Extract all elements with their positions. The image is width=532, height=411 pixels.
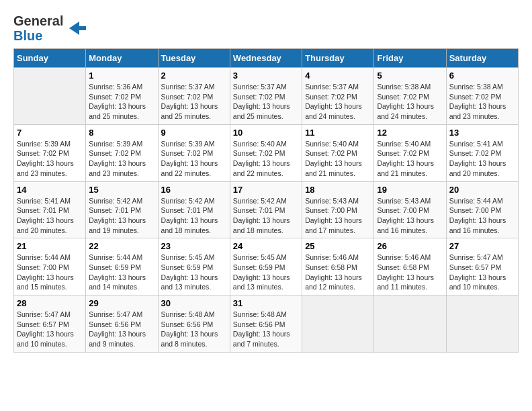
day-cell: 26Sunrise: 5:46 AM Sunset: 6:58 PM Dayli…	[374, 238, 446, 295]
day-cell: 11Sunrise: 5:40 AM Sunset: 7:02 PM Dayli…	[302, 124, 374, 181]
day-cell: 17Sunrise: 5:42 AM Sunset: 7:01 PM Dayli…	[230, 181, 302, 238]
day-number: 20	[449, 185, 515, 195]
day-cell: 14Sunrise: 5:41 AM Sunset: 7:01 PM Dayli…	[14, 181, 86, 238]
day-number: 4	[305, 71, 371, 81]
day-cell: 1Sunrise: 5:36 AM Sunset: 7:02 PM Daylig…	[86, 68, 158, 125]
logo: General Blue	[13, 13, 86, 43]
day-number: 16	[161, 185, 227, 195]
week-row-1: 1Sunrise: 5:36 AM Sunset: 7:02 PM Daylig…	[14, 68, 519, 125]
day-info: Sunrise: 5:44 AM Sunset: 7:00 PM Dayligh…	[449, 196, 515, 236]
day-number: 6	[449, 71, 515, 81]
day-cell: 19Sunrise: 5:43 AM Sunset: 7:00 PM Dayli…	[374, 181, 446, 238]
day-cell: 23Sunrise: 5:45 AM Sunset: 6:59 PM Dayli…	[158, 238, 230, 295]
svg-marker-0	[69, 21, 86, 35]
week-row-3: 14Sunrise: 5:41 AM Sunset: 7:01 PM Dayli…	[14, 181, 519, 238]
day-info: Sunrise: 5:40 AM Sunset: 7:02 PM Dayligh…	[305, 139, 371, 179]
day-cell: 16Sunrise: 5:42 AM Sunset: 7:01 PM Dayli…	[158, 181, 230, 238]
day-number: 30	[161, 298, 227, 308]
col-header-saturday: Saturday	[446, 49, 518, 68]
day-number: 22	[89, 241, 154, 251]
day-number: 31	[233, 298, 299, 308]
day-cell: 12Sunrise: 5:40 AM Sunset: 7:02 PM Dayli…	[374, 124, 446, 181]
day-cell: 28Sunrise: 5:47 AM Sunset: 6:57 PM Dayli…	[14, 295, 86, 353]
day-info: Sunrise: 5:42 AM Sunset: 7:01 PM Dayligh…	[89, 196, 154, 236]
day-number: 25	[305, 241, 371, 251]
logo-arrow-icon	[66, 18, 86, 38]
day-info: Sunrise: 5:42 AM Sunset: 7:01 PM Dayligh…	[161, 196, 227, 236]
day-info: Sunrise: 5:37 AM Sunset: 7:02 PM Dayligh…	[161, 82, 227, 122]
day-number: 10	[233, 128, 299, 138]
day-cell: 15Sunrise: 5:42 AM Sunset: 7:01 PM Dayli…	[86, 181, 158, 238]
day-number: 12	[377, 128, 443, 138]
day-number: 3	[233, 71, 299, 81]
day-cell: 4Sunrise: 5:37 AM Sunset: 7:02 PM Daylig…	[302, 68, 374, 125]
day-info: Sunrise: 5:45 AM Sunset: 6:59 PM Dayligh…	[161, 253, 227, 292]
day-cell: 9Sunrise: 5:39 AM Sunset: 7:02 PM Daylig…	[158, 124, 230, 181]
day-info: Sunrise: 5:41 AM Sunset: 7:01 PM Dayligh…	[17, 196, 83, 236]
day-info: Sunrise: 5:47 AM Sunset: 6:56 PM Dayligh…	[89, 310, 154, 349]
day-info: Sunrise: 5:38 AM Sunset: 7:02 PM Dayligh…	[377, 82, 443, 122]
day-number: 29	[89, 298, 154, 308]
day-info: Sunrise: 5:37 AM Sunset: 7:02 PM Dayligh…	[233, 82, 299, 122]
day-cell: 5Sunrise: 5:38 AM Sunset: 7:02 PM Daylig…	[374, 68, 446, 125]
day-info: Sunrise: 5:39 AM Sunset: 7:02 PM Dayligh…	[161, 139, 227, 179]
day-number: 21	[17, 241, 83, 251]
logo-blue: Blue	[13, 28, 42, 43]
day-cell	[374, 295, 446, 353]
day-info: Sunrise: 5:43 AM Sunset: 7:00 PM Dayligh…	[377, 196, 443, 236]
day-cell: 25Sunrise: 5:46 AM Sunset: 6:58 PM Dayli…	[302, 238, 374, 295]
day-number: 19	[377, 185, 443, 195]
day-number: 27	[449, 241, 515, 251]
col-header-monday: Monday	[86, 49, 158, 68]
day-number: 24	[233, 241, 299, 251]
header: General Blue	[13, 13, 519, 43]
day-number: 15	[89, 185, 154, 195]
day-number: 11	[305, 128, 371, 138]
day-cell: 24Sunrise: 5:45 AM Sunset: 6:59 PM Dayli…	[230, 238, 302, 295]
day-info: Sunrise: 5:39 AM Sunset: 7:02 PM Dayligh…	[17, 139, 83, 179]
day-info: Sunrise: 5:37 AM Sunset: 7:02 PM Dayligh…	[305, 82, 371, 122]
day-number: 1	[89, 71, 154, 81]
day-number: 9	[161, 128, 227, 138]
day-info: Sunrise: 5:44 AM Sunset: 6:59 PM Dayligh…	[89, 253, 154, 292]
day-cell: 21Sunrise: 5:44 AM Sunset: 7:00 PM Dayli…	[14, 238, 86, 295]
day-cell: 27Sunrise: 5:47 AM Sunset: 6:57 PM Dayli…	[446, 238, 518, 295]
day-info: Sunrise: 5:48 AM Sunset: 6:56 PM Dayligh…	[233, 310, 299, 349]
day-info: Sunrise: 5:39 AM Sunset: 7:02 PM Dayligh…	[89, 139, 154, 179]
day-info: Sunrise: 5:40 AM Sunset: 7:02 PM Dayligh…	[377, 139, 443, 179]
day-cell: 7Sunrise: 5:39 AM Sunset: 7:02 PM Daylig…	[14, 124, 86, 181]
day-number: 8	[89, 128, 154, 138]
day-info: Sunrise: 5:48 AM Sunset: 6:56 PM Dayligh…	[161, 310, 227, 349]
logo-general: General	[13, 13, 63, 28]
day-cell: 29Sunrise: 5:47 AM Sunset: 6:56 PM Dayli…	[86, 295, 158, 353]
day-number: 26	[377, 241, 443, 251]
day-cell	[14, 68, 86, 125]
col-header-friday: Friday	[374, 49, 446, 68]
day-cell: 6Sunrise: 5:38 AM Sunset: 7:02 PM Daylig…	[446, 68, 518, 125]
day-info: Sunrise: 5:45 AM Sunset: 6:59 PM Dayligh…	[233, 253, 299, 292]
day-number: 17	[233, 185, 299, 195]
col-header-thursday: Thursday	[302, 49, 374, 68]
week-row-5: 28Sunrise: 5:47 AM Sunset: 6:57 PM Dayli…	[14, 295, 519, 353]
day-number: 7	[17, 128, 83, 138]
day-info: Sunrise: 5:36 AM Sunset: 7:02 PM Dayligh…	[89, 82, 154, 122]
day-number: 28	[17, 298, 83, 308]
day-cell: 30Sunrise: 5:48 AM Sunset: 6:56 PM Dayli…	[158, 295, 230, 353]
day-info: Sunrise: 5:46 AM Sunset: 6:58 PM Dayligh…	[305, 253, 371, 292]
day-number: 18	[305, 185, 371, 195]
day-cell: 31Sunrise: 5:48 AM Sunset: 6:56 PM Dayli…	[230, 295, 302, 353]
day-cell: 8Sunrise: 5:39 AM Sunset: 7:02 PM Daylig…	[86, 124, 158, 181]
day-info: Sunrise: 5:43 AM Sunset: 7:00 PM Dayligh…	[305, 196, 371, 236]
day-info: Sunrise: 5:38 AM Sunset: 7:02 PM Dayligh…	[449, 82, 515, 122]
day-cell: 13Sunrise: 5:41 AM Sunset: 7:02 PM Dayli…	[446, 124, 518, 181]
day-number: 5	[377, 71, 443, 81]
day-info: Sunrise: 5:44 AM Sunset: 7:00 PM Dayligh…	[17, 253, 83, 292]
col-header-wednesday: Wednesday	[230, 49, 302, 68]
week-row-4: 21Sunrise: 5:44 AM Sunset: 7:00 PM Dayli…	[14, 238, 519, 295]
day-cell: 10Sunrise: 5:40 AM Sunset: 7:02 PM Dayli…	[230, 124, 302, 181]
day-info: Sunrise: 5:42 AM Sunset: 7:01 PM Dayligh…	[233, 196, 299, 236]
calendar-table: SundayMondayTuesdayWednesdayThursdayFrid…	[13, 48, 519, 353]
day-info: Sunrise: 5:46 AM Sunset: 6:58 PM Dayligh…	[377, 253, 443, 292]
col-header-tuesday: Tuesday	[158, 49, 230, 68]
day-info: Sunrise: 5:41 AM Sunset: 7:02 PM Dayligh…	[449, 139, 515, 179]
